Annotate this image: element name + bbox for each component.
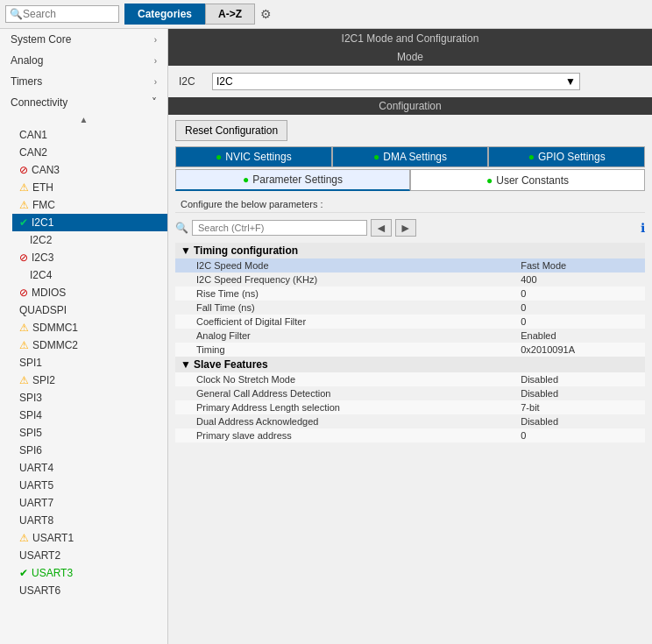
dma-label: DMA Settings [383,151,447,163]
primary-slave-addr-name: Primary slave address [175,428,515,442]
sidebar-item-usart2[interactable]: USART2 [12,547,167,564]
sidebar-search-input[interactable] [23,8,93,20]
slave-section-label: Slave Features [194,358,268,371]
slave-section-row[interactable]: ▼ Slave Features [175,357,645,372]
analog-label: Analog [11,54,43,67]
mode-content: I2C I2C ▼ [168,66,652,97]
info-button[interactable]: ℹ [641,221,645,235]
scroll-up[interactable]: ▲ [0,113,167,126]
clock-no-stretch-value: Disabled [515,372,645,386]
table-row[interactable]: Dual Address Acknowledged Disabled [175,414,645,428]
sidebar-item-timers[interactable]: Timers › [0,71,167,92]
table-row[interactable]: Timing 0x2010091A [175,343,645,357]
table-row[interactable]: Clock No Stretch Mode Disabled [175,372,645,386]
sidebar-item-uart4[interactable]: UART4 [12,459,167,477]
sidebar-item-can2[interactable]: CAN2 [12,144,167,161]
timing-name: Timing [175,343,515,357]
search-params-icon: 🔍 [175,222,188,234]
gear-button[interactable]: ⚙ [260,7,272,21]
sidebar-item-quadspi[interactable]: QUADSPI [12,301,167,319]
table-row[interactable]: I2C Speed Frequency (KHz) 400 [175,272,645,287]
sidebar-item-can1[interactable]: CAN1 [12,126,167,144]
eth-label: ETH [32,181,53,194]
sidebar-item-fmc[interactable]: ⚠ FMC [12,196,167,214]
usart2-label: USART2 [19,549,60,562]
timing-section-row[interactable]: ▼ Timing configuration [175,243,645,258]
table-row[interactable]: Primary Address Length selection 7-bit [175,400,645,414]
slave-toggle-icon: ▼ [181,358,191,371]
fall-time-value: 0 [515,301,645,315]
sidebar-item-system-core[interactable]: System Core › [0,29,167,50]
table-row[interactable]: Coefficient of Digital Filter 0 [175,315,645,329]
sidebar-item-spi1[interactable]: SPI1 [12,354,167,372]
config-content: Reset Configuration ● NVIC Settings ● DM… [168,115,652,644]
i2c-speed-mode-value: Fast Mode [515,258,645,272]
tab-dma-settings[interactable]: ● DMA Settings [332,146,489,167]
tab-categories[interactable]: Categories [124,4,205,25]
sidebar-item-i2c1[interactable]: ✔ I2C1 [12,214,167,231]
i2c-speed-mode-name: I2C Speed Mode [175,258,515,272]
i2c3-label: I2C3 [32,251,53,264]
reset-configuration-button[interactable]: Reset Configuration [175,120,287,141]
sidebar-item-usart3[interactable]: ✔ USART3 [12,564,167,582]
i2c1-label: I2C1 [32,216,53,229]
sidebar-item-eth[interactable]: ⚠ ETH [12,179,167,196]
mdios-status-icon: ⊘ [19,287,28,299]
timing-toggle-icon: ▼ [181,244,191,257]
top-bar: 🔍 Categories A->Z ⚙ [0,0,652,29]
next-param-button[interactable]: ► [395,219,416,237]
connectivity-sub: CAN1 CAN2 ⊘ CAN3 ⚠ ETH ⚠ FMC ✔ I2C1 [0,126,167,599]
tab-az[interactable]: A->Z [205,4,255,25]
table-row[interactable]: Rise Time (ns) 0 [175,287,645,301]
rise-time-value: 0 [515,287,645,301]
table-row[interactable]: Primary slave address 0 [175,428,645,442]
sidebar-item-can3[interactable]: ⊘ CAN3 [12,161,167,179]
sidebar-item-spi4[interactable]: SPI4 [12,407,167,424]
sidebar-item-spi5[interactable]: SPI5 [12,424,167,442]
sidebar-item-analog[interactable]: Analog › [0,50,167,71]
table-row[interactable]: General Call Address Detection Disabled [175,386,645,400]
usart6-label: USART6 [19,584,60,597]
user-check-icon: ● [486,174,493,187]
params-table: ▼ Timing configuration I2C Speed Mode Fa… [175,243,645,442]
coeff-digital-value: 0 [515,315,645,329]
sidebar-item-connectivity[interactable]: Connectivity ˅ [0,92,167,113]
sidebar-item-i2c3[interactable]: ⊘ I2C3 [12,249,167,266]
sidebar-item-sdmmc2[interactable]: ⚠ SDMMC2 [12,336,167,354]
sidebar-item-i2c2[interactable]: I2C2 [12,231,167,249]
param-check-icon: ● [243,173,249,186]
search-box[interactable]: 🔍 [5,5,119,23]
i2c-select[interactable]: I2C ▼ [212,73,580,90]
system-core-arrow: › [154,35,157,45]
prev-param-button[interactable]: ◄ [371,219,392,237]
analog-filter-value: Enabled [515,329,645,343]
sidebar-item-uart5[interactable]: UART5 [12,477,167,494]
search-icon: 🔍 [10,8,23,20]
primary-slave-addr-value: 0 [515,428,645,442]
sidebar-item-uart7[interactable]: UART7 [12,494,167,512]
table-row[interactable]: Analog Filter Enabled [175,329,645,343]
sidebar-item-spi3[interactable]: SPI3 [12,389,167,407]
sidebar-item-sdmmc1[interactable]: ⚠ SDMMC1 [12,319,167,336]
sidebar-item-i2c4[interactable]: I2C4 [12,266,167,284]
sidebar-item-mdios[interactable]: ⊘ MDIOS [12,284,167,301]
connectivity-arrow: ˅ [152,96,157,109]
sidebar-item-spi2[interactable]: ⚠ SPI2 [12,372,167,389]
table-row[interactable]: I2C Speed Mode Fast Mode [175,258,645,272]
usart1-label: USART1 [32,532,74,544]
sidebar-item-uart8[interactable]: UART8 [12,512,167,529]
sidebar-item-usart6[interactable]: USART6 [12,582,167,599]
uart7-label: UART7 [19,497,53,509]
i2c2-label: I2C2 [30,234,52,246]
tab-nvic-settings[interactable]: ● NVIC Settings [175,146,332,167]
spi3-label: SPI3 [19,392,42,404]
tab-gpio-settings[interactable]: ● GPIO Settings [488,146,645,167]
sidebar-item-spi6[interactable]: SPI6 [12,442,167,459]
tab-user-constants[interactable]: ● User Constants [410,169,645,191]
table-row[interactable]: Fall Time (ns) 0 [175,301,645,315]
up-arrow-icon: ▲ [80,115,89,124]
sidebar-item-usart1[interactable]: ⚠ USART1 [12,529,167,547]
spi5-label: SPI5 [19,427,42,439]
param-search-input[interactable] [192,220,367,236]
tab-parameter-settings[interactable]: ● Parameter Settings [175,169,410,191]
